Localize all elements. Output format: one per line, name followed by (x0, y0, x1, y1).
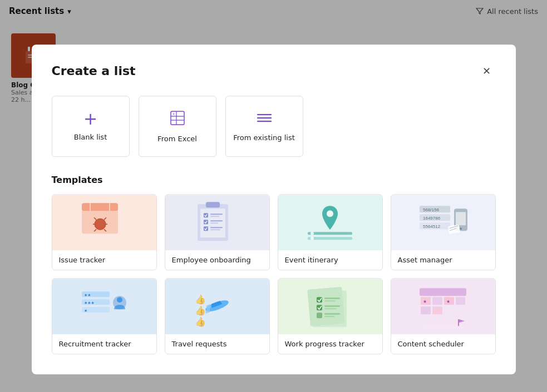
svg-point-51 (460, 227, 462, 230)
svg-text:👍: 👍 (195, 305, 206, 316)
template-issue-tracker[interactable]: Issue tracker (52, 194, 157, 270)
create-options-row: + Blank list X From Excel (52, 96, 496, 157)
svg-point-40 (311, 231, 314, 235)
svg-text:★: ★ (84, 309, 87, 313)
svg-text:568/156: 568/156 (423, 207, 439, 212)
recruitment-tracker-thumb: ★★ ★★★ ★ (52, 279, 156, 334)
content-scheduler-thumb: ★ ★ (391, 279, 495, 334)
list-lines-icon (255, 110, 273, 128)
work-progress-tracker-label: Work progress tracker (278, 334, 382, 354)
svg-rect-80 (324, 316, 334, 317)
svg-rect-76 (324, 305, 340, 307)
svg-rect-30 (210, 214, 223, 215)
svg-rect-37 (210, 229, 220, 230)
event-itinerary-label: Event itinerary (278, 250, 382, 270)
svg-point-38 (327, 210, 333, 217)
svg-rect-82 (420, 288, 466, 296)
svg-rect-88 (432, 306, 442, 314)
svg-rect-41 (308, 237, 352, 240)
svg-rect-28 (206, 202, 220, 207)
svg-rect-77 (324, 308, 337, 309)
issue-tracker-label: Issue tracker (52, 250, 156, 270)
svg-rect-79 (324, 313, 340, 315)
modal-title: Create a list (52, 64, 136, 78)
svg-rect-91 (458, 319, 459, 326)
svg-rect-32 (204, 220, 208, 224)
recruitment-tracker-label: Recruitment tracker (52, 334, 156, 354)
employee-onboarding-label: Employee onboarding (165, 250, 269, 270)
svg-rect-33 (210, 220, 223, 221)
excel-icon: X (169, 109, 186, 129)
content-scheduler-label: Content scheduler (391, 334, 495, 354)
svg-rect-29 (204, 213, 208, 217)
work-progress-tracker-thumb (278, 279, 382, 334)
svg-rect-31 (210, 216, 219, 217)
template-event-itinerary[interactable]: Event itinerary (278, 194, 383, 270)
asset-manager-thumb: 568/156 1649786 5564512 (391, 195, 495, 250)
templates-section-title: Templates (52, 175, 496, 185)
svg-rect-78 (317, 312, 322, 318)
template-employee-onboarding[interactable]: Employee onboarding (165, 194, 270, 270)
svg-text:👍: 👍 (195, 316, 206, 327)
svg-point-62 (117, 297, 122, 302)
svg-text:1649786: 1649786 (423, 216, 441, 221)
svg-text:★★: ★★ (84, 293, 91, 297)
svg-rect-34 (210, 222, 218, 224)
svg-rect-87 (421, 306, 431, 314)
from-existing-label: From existing list (233, 133, 295, 142)
svg-text:★: ★ (446, 299, 450, 304)
asset-manager-label: Asset manager (391, 250, 495, 270)
svg-text:5564512: 5564512 (423, 224, 441, 229)
create-list-modal: Create a list ✕ + Blank list X From Exce… (32, 44, 516, 374)
issue-tracker-thumb (52, 195, 156, 250)
modal-header: Create a list ✕ (52, 62, 496, 80)
template-content-scheduler[interactable]: ★ ★ Content scheduler (391, 278, 496, 354)
svg-text:👍: 👍 (195, 294, 206, 305)
svg-rect-74 (324, 300, 336, 301)
svg-rect-39 (308, 232, 352, 235)
blank-list-option[interactable]: + Blank list (52, 96, 130, 157)
from-excel-label: From Excel (157, 135, 197, 143)
svg-rect-36 (210, 227, 223, 228)
blank-list-label: Blank list (74, 133, 107, 141)
template-asset-manager[interactable]: 568/156 1649786 5564512 Asset manager (391, 194, 496, 270)
from-excel-option[interactable]: X From Excel (139, 96, 216, 157)
close-button[interactable]: ✕ (478, 62, 496, 80)
template-recruitment-tracker[interactable]: ★★ ★★★ ★ Recruitment tracker (52, 278, 157, 354)
svg-rect-15 (82, 203, 118, 211)
svg-text:★★★: ★★★ (84, 301, 95, 305)
svg-text:X: X (173, 112, 175, 116)
svg-point-42 (311, 236, 314, 240)
travel-requests-label: Travel requests (165, 334, 269, 354)
template-work-progress-tracker[interactable]: Work progress tracker (278, 278, 383, 354)
close-icon: ✕ (482, 65, 491, 77)
svg-rect-50 (456, 212, 466, 225)
svg-rect-73 (324, 297, 340, 299)
svg-text:★: ★ (423, 299, 427, 304)
svg-rect-35 (204, 226, 208, 231)
employee-onboarding-thumb (165, 195, 269, 250)
from-existing-option[interactable]: From existing list (225, 96, 303, 157)
svg-rect-84 (432, 297, 442, 305)
plus-icon: + (83, 111, 97, 127)
template-travel-requests[interactable]: 👍 👍 👍 Travel requests (165, 278, 270, 354)
travel-requests-thumb: 👍 👍 👍 (165, 279, 269, 334)
svg-rect-86 (456, 297, 465, 305)
event-itinerary-thumb (278, 195, 382, 250)
templates-grid: Issue tracker (52, 194, 496, 354)
